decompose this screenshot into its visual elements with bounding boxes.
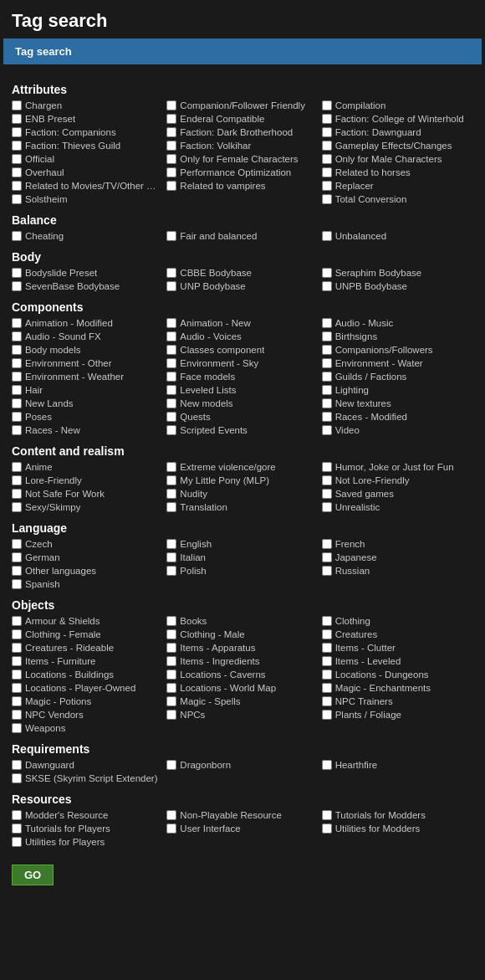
tag-checkbox[interactable] bbox=[166, 656, 176, 666]
tag-label[interactable]: Quests bbox=[180, 412, 210, 422]
tag-checkbox[interactable] bbox=[12, 318, 22, 328]
tag-checkbox[interactable] bbox=[12, 760, 22, 770]
tag-checkbox[interactable] bbox=[12, 425, 22, 435]
tag-checkbox[interactable] bbox=[166, 566, 176, 576]
tag-checkbox[interactable] bbox=[322, 141, 332, 151]
tag-label[interactable]: Faction: Companions bbox=[25, 127, 116, 137]
tag-checkbox[interactable] bbox=[322, 710, 332, 720]
tag-label[interactable]: Items - Ingredients bbox=[180, 656, 259, 666]
tag-checkbox[interactable] bbox=[12, 696, 22, 706]
tag-label[interactable]: Gameplay Effects/Changes bbox=[335, 141, 452, 151]
tag-checkbox[interactable] bbox=[12, 141, 22, 151]
tag-checkbox[interactable] bbox=[12, 194, 22, 204]
tag-checkbox[interactable] bbox=[12, 616, 22, 626]
tag-label[interactable]: Other languages bbox=[25, 566, 96, 576]
tag-label[interactable]: Total Conversion bbox=[335, 194, 407, 204]
tag-label[interactable]: Audio - Music bbox=[335, 318, 394, 328]
tag-label[interactable]: Items - Clutter bbox=[335, 643, 396, 653]
tag-checkbox[interactable] bbox=[166, 670, 176, 680]
tag-label[interactable]: Dragonborn bbox=[180, 760, 231, 770]
tag-checkbox[interactable] bbox=[322, 475, 332, 485]
tag-checkbox[interactable] bbox=[322, 616, 332, 626]
tag-label[interactable]: Chargen bbox=[25, 100, 62, 110]
tag-checkbox[interactable] bbox=[322, 502, 332, 512]
tag-checkbox[interactable] bbox=[166, 539, 176, 549]
tag-label[interactable]: Locations - World Map bbox=[180, 683, 276, 693]
tag-checkbox[interactable] bbox=[12, 810, 22, 820]
tag-label[interactable]: Faction: College of Winterhold bbox=[335, 114, 464, 124]
tag-checkbox[interactable] bbox=[166, 345, 176, 355]
tag-checkbox[interactable] bbox=[322, 566, 332, 576]
tag-label[interactable]: UNP Bodybase bbox=[180, 281, 245, 291]
tag-checkbox[interactable] bbox=[12, 552, 22, 562]
tag-label[interactable]: Czech bbox=[25, 539, 53, 549]
tag-checkbox[interactable] bbox=[12, 475, 22, 485]
tag-label[interactable]: NPCs bbox=[180, 710, 205, 720]
tag-checkbox[interactable] bbox=[322, 372, 332, 382]
tag-label[interactable]: Solstheim bbox=[25, 194, 68, 204]
tag-label[interactable]: Creatures - Rideable bbox=[25, 643, 114, 653]
tag-checkbox[interactable] bbox=[166, 167, 176, 177]
tag-checkbox[interactable] bbox=[12, 114, 22, 124]
tag-label[interactable]: Spanish bbox=[25, 579, 60, 589]
tag-checkbox[interactable] bbox=[166, 318, 176, 328]
tag-checkbox[interactable] bbox=[322, 114, 332, 124]
tag-checkbox[interactable] bbox=[322, 281, 332, 291]
tag-checkbox[interactable] bbox=[166, 181, 176, 191]
tag-checkbox[interactable] bbox=[12, 398, 22, 408]
tag-label[interactable]: Bodyslide Preset bbox=[25, 268, 97, 278]
tag-checkbox[interactable] bbox=[322, 425, 332, 435]
tag-label[interactable]: Related to vampires bbox=[180, 181, 265, 191]
tag-checkbox[interactable] bbox=[322, 760, 332, 770]
tag-label[interactable]: Compilation bbox=[335, 100, 386, 110]
tag-label[interactable]: Translation bbox=[180, 502, 227, 512]
tag-checkbox[interactable] bbox=[12, 579, 22, 589]
tag-checkbox[interactable] bbox=[322, 154, 332, 164]
tag-label[interactable]: New models bbox=[180, 398, 232, 408]
tag-checkbox[interactable] bbox=[322, 100, 332, 110]
tag-checkbox[interactable] bbox=[166, 100, 176, 110]
tag-checkbox[interactable] bbox=[12, 345, 22, 355]
tag-checkbox[interactable] bbox=[322, 398, 332, 408]
tag-checkbox[interactable] bbox=[12, 656, 22, 666]
tag-label[interactable]: Replacer bbox=[335, 181, 374, 191]
tag-label[interactable]: Items - Leveled bbox=[335, 656, 401, 666]
tag-checkbox[interactable] bbox=[322, 385, 332, 395]
tag-checkbox[interactable] bbox=[12, 181, 22, 191]
tag-checkbox[interactable] bbox=[166, 810, 176, 820]
tag-label[interactable]: SevenBase Bodybase bbox=[25, 281, 120, 291]
tag-label[interactable]: Anime bbox=[25, 462, 53, 472]
tag-checkbox[interactable] bbox=[166, 552, 176, 562]
tag-label[interactable]: My Little Pony (MLP) bbox=[180, 475, 269, 485]
tag-label[interactable]: User Interface bbox=[180, 824, 240, 834]
tag-checkbox[interactable] bbox=[12, 670, 22, 680]
tag-checkbox[interactable] bbox=[166, 824, 176, 834]
tag-checkbox[interactable] bbox=[12, 837, 22, 847]
tag-checkbox[interactable] bbox=[12, 167, 22, 177]
tag-checkbox[interactable] bbox=[12, 643, 22, 653]
tag-label[interactable]: Japanese bbox=[335, 552, 377, 562]
tag-label[interactable]: SKSE (Skyrim Script Extender) bbox=[25, 773, 157, 783]
tag-label[interactable]: Only for Male Characters bbox=[335, 154, 442, 164]
tag-checkbox[interactable] bbox=[322, 194, 332, 204]
tag-label[interactable]: Related to horses bbox=[335, 167, 411, 177]
tag-label[interactable]: Weapons bbox=[25, 723, 65, 733]
tag-checkbox[interactable] bbox=[322, 683, 332, 693]
tag-checkbox[interactable] bbox=[322, 629, 332, 639]
tag-label[interactable]: Tutorials for Modders bbox=[335, 810, 426, 820]
tag-checkbox[interactable] bbox=[166, 358, 176, 368]
tag-label[interactable]: Guilds / Factions bbox=[335, 372, 407, 382]
tag-checkbox[interactable] bbox=[322, 318, 332, 328]
tag-label[interactable]: Scripted Events bbox=[180, 425, 248, 435]
tag-label[interactable]: Animation - New bbox=[180, 318, 250, 328]
tag-label[interactable]: Poses bbox=[25, 412, 52, 422]
tag-label[interactable]: Russian bbox=[335, 566, 370, 576]
tag-label[interactable]: Locations - Dungeons bbox=[335, 670, 429, 680]
tag-checkbox[interactable] bbox=[166, 154, 176, 164]
tag-label[interactable]: Saved games bbox=[335, 489, 394, 499]
tag-label[interactable]: CBBE Bodybase bbox=[180, 268, 252, 278]
tag-label[interactable]: Faction: Dawnguard bbox=[335, 127, 421, 137]
tag-label[interactable]: Fair and balanced bbox=[180, 231, 257, 241]
tag-label[interactable]: Birthsigns bbox=[335, 331, 378, 341]
tag-label[interactable]: Books bbox=[180, 616, 207, 626]
